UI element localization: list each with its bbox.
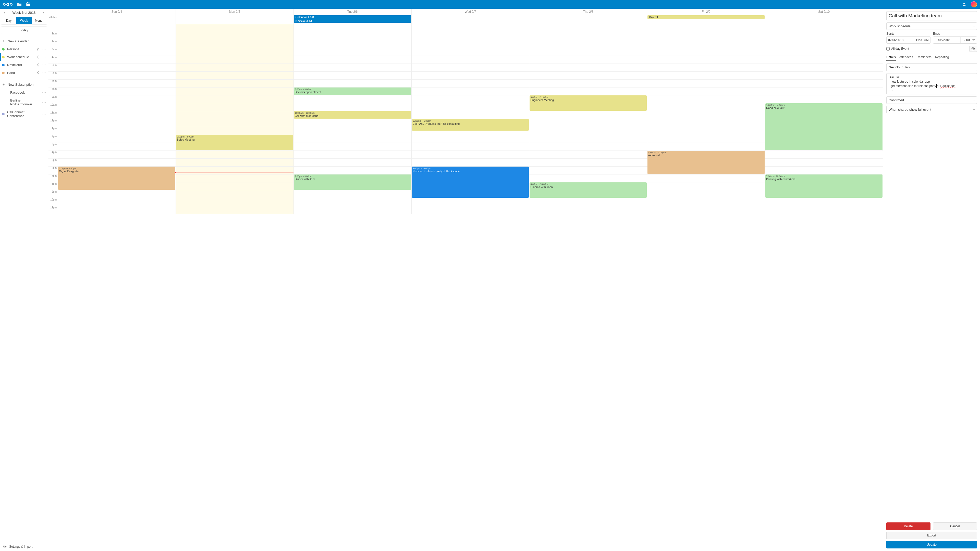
- more-menu-icon[interactable]: •••: [42, 56, 46, 59]
- end-datetime-input[interactable]: 02/06/2018 12:00 PM: [933, 37, 977, 44]
- today-button[interactable]: Today: [1, 27, 47, 34]
- svg-point-5: [963, 3, 965, 4]
- tab-details[interactable]: Details: [886, 54, 896, 61]
- calendar-event[interactable]: 7:00pm - 10:00pmBowling with coworkers: [765, 175, 883, 198]
- event-title: Bowling with coworkers: [766, 178, 795, 181]
- tab-attendees[interactable]: Attendees: [899, 54, 913, 61]
- description-textarea[interactable]: Discuss:- new features in calendar app- …: [886, 73, 977, 94]
- status-select[interactable]: Confirmed ▾: [886, 97, 977, 104]
- files-app-icon[interactable]: [17, 3, 22, 6]
- calendar-app-icon[interactable]: [26, 2, 30, 6]
- calendar-event[interactable]: 11:00am - 12:00pmCall with Marketing: [294, 111, 411, 119]
- share-icon[interactable]: [36, 56, 40, 59]
- event-panel-footer: Delete Cancel Export Update: [883, 519, 980, 551]
- settings-import[interactable]: Settings & import: [0, 542, 48, 551]
- share-icon[interactable]: [36, 71, 40, 75]
- more-menu-icon[interactable]: •••: [42, 71, 46, 74]
- next-week-button[interactable]: ›: [41, 11, 46, 14]
- svg-rect-3: [27, 2, 28, 3]
- visibility-select[interactable]: When shared show full event ▾: [886, 106, 977, 113]
- hour-label: 1pm: [48, 127, 58, 135]
- event-calendar-select[interactable]: Work schedule ▾: [886, 22, 977, 30]
- allday-event[interactable]: Day off: [648, 15, 765, 19]
- chevron-down-icon: ▾: [974, 25, 975, 27]
- start-datetime-input[interactable]: 02/06/2018 11:00 AM: [886, 37, 931, 44]
- allday-cell[interactable]: [765, 15, 883, 24]
- calendar-row[interactable]: Nextcloud •••: [2, 61, 46, 69]
- tab-week[interactable]: Week: [16, 17, 32, 24]
- event-title: Doctor's appointment: [295, 91, 321, 94]
- more-menu-icon[interactable]: •••: [42, 101, 46, 104]
- calendar-row[interactable]: Personal •••: [2, 45, 46, 53]
- timezone-button[interactable]: [969, 46, 977, 52]
- day-column[interactable]: 6:00pm - 9:00pmGig at Biergarten: [58, 24, 176, 214]
- calendar-event[interactable]: 6:00pm - 10:00pmNextcloud release party …: [412, 167, 529, 198]
- new-subscription-row[interactable]: + New Subscription: [2, 80, 46, 89]
- calendar-event[interactable]: 7:00pm - 9:00pmDinner with Jane: [294, 175, 411, 190]
- end-date: 02/06/2018: [933, 37, 961, 43]
- allday-checkbox[interactable]: All day Event: [886, 47, 909, 51]
- calendar-event[interactable]: 8:00am - 9:00amDoctor's appointment: [294, 87, 411, 95]
- plus-icon: +: [2, 39, 5, 43]
- allday-cell[interactable]: Day off: [647, 15, 765, 24]
- subscription-row[interactable]: Berliner Philharmoniker •••: [2, 97, 46, 108]
- tab-reminders[interactable]: Reminders: [917, 54, 932, 61]
- calendar-event[interactable]: 4:00pm - 7:00pmrehearsal: [648, 151, 765, 174]
- allday-event[interactable]: Calendar 1.6.0: [294, 15, 411, 19]
- more-menu-icon[interactable]: •••: [42, 48, 46, 51]
- day-column[interactable]: 10:00am - 4:00pmRoad bike tour7:00pm - 1…: [765, 24, 883, 214]
- more-menu-icon[interactable]: •••: [42, 91, 46, 94]
- allday-event[interactable]: Nextcloud 13: [294, 19, 411, 23]
- event-title: Call with Marketing: [295, 114, 318, 118]
- event-title-input[interactable]: Call with Marketing team: [886, 11, 977, 21]
- export-button[interactable]: Export: [886, 532, 977, 539]
- topbar-left: [3, 2, 30, 6]
- prev-week-button[interactable]: ‹: [2, 11, 7, 14]
- event-time: 9:00am - 11:00am: [530, 96, 646, 98]
- day-column[interactable]: 9:00am - 11:00amEngineers Meeting8:00pm …: [529, 24, 647, 214]
- calendar-color-dot: [2, 72, 5, 74]
- contacts-icon[interactable]: [962, 2, 966, 6]
- share-icon[interactable]: [36, 63, 40, 67]
- calendar-grid[interactable]: 1am2am3am4am5am6am7am8am9am10am11am12pm1…: [48, 24, 883, 551]
- link-icon[interactable]: [36, 48, 40, 51]
- allday-checkbox-input[interactable]: [886, 47, 890, 51]
- event-time: 8:00pm - 10:00pm: [530, 183, 646, 186]
- allday-cell[interactable]: [176, 15, 294, 24]
- calendar-name: Work schedule: [7, 55, 34, 59]
- calendar-row[interactable]: Work schedule •••: [0, 53, 46, 61]
- cancel-button[interactable]: Cancel: [933, 522, 977, 530]
- tab-day[interactable]: Day: [1, 17, 16, 24]
- tab-month[interactable]: Month: [32, 17, 47, 24]
- subscription-row[interactable]: Facebook •••: [2, 89, 46, 97]
- calendar-row[interactable]: Band •••: [2, 69, 46, 77]
- nextcloud-logo[interactable]: [3, 3, 13, 6]
- calendar-event[interactable]: 8:00pm - 10:00pmCinema with John: [530, 183, 647, 198]
- event-time: 11:00am - 12:00pm: [295, 112, 410, 114]
- allday-cell[interactable]: [412, 15, 530, 24]
- event-tabs: Details Attendees Reminders Repeating: [886, 54, 977, 61]
- day-column[interactable]: 4:00pm - 7:00pmrehearsal: [647, 24, 765, 214]
- calendar-event[interactable]: 9:00am - 11:00amEngineers Meeting: [530, 95, 647, 111]
- allday-cell[interactable]: [58, 15, 176, 24]
- subscription-row[interactable]: CalConnect Conference •••: [2, 108, 46, 120]
- location-input[interactable]: Nextcloud Talk: [886, 63, 977, 71]
- allday-cell[interactable]: [529, 15, 647, 24]
- delete-button[interactable]: Delete: [886, 522, 931, 530]
- day-column[interactable]: 8:00am - 9:00amDoctor's appointment11:00…: [294, 24, 412, 214]
- day-column[interactable]: 2:00pm - 4:00pmSales Meeting: [176, 24, 294, 214]
- tab-repeating[interactable]: Repeating: [935, 54, 949, 61]
- more-menu-icon[interactable]: •••: [42, 113, 46, 116]
- hour-label: 7am: [48, 79, 58, 87]
- allday-cell[interactable]: Calendar 1.6.0Nextcloud 13: [294, 15, 412, 24]
- calendar-event[interactable]: 12:00pm - 1:30pmCall "Any Products Inc."…: [412, 119, 529, 130]
- more-menu-icon[interactable]: •••: [42, 64, 46, 66]
- update-button[interactable]: Update: [886, 541, 977, 548]
- new-calendar-row[interactable]: + New Calendar: [2, 37, 46, 45]
- calendar-event[interactable]: 2:00pm - 4:00pmSales Meeting: [176, 135, 293, 150]
- user-avatar[interactable]: [971, 1, 977, 7]
- event-title: Cinema with John: [530, 186, 552, 189]
- calendar-event[interactable]: 10:00am - 4:00pmRoad bike tour: [765, 103, 883, 150]
- day-column[interactable]: 12:00pm - 1:30pmCall "Any Products Inc."…: [412, 24, 530, 214]
- calendar-event[interactable]: 6:00pm - 9:00pmGig at Biergarten: [58, 167, 175, 190]
